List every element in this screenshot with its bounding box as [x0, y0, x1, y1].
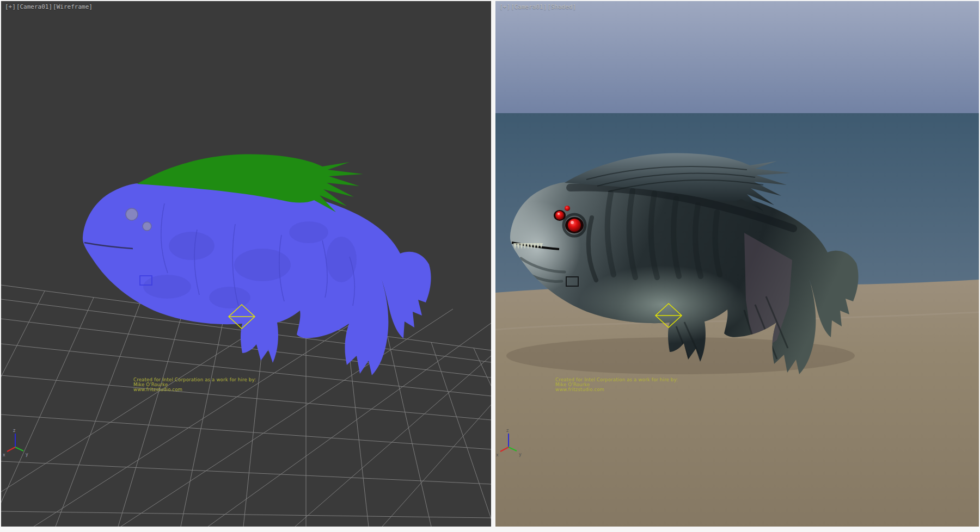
viewport-general-menu[interactable]: [+] [5, 3, 16, 10]
dual-viewport-stage: [+][Camera01][Wireframe] [0, 0, 980, 532]
world-axis-tripod: z x y [3, 428, 28, 457]
viewport-shaded[interactable]: [+][Camera01][Shaded] [495, 1, 979, 527]
viewport-general-menu[interactable]: [+] [499, 3, 510, 10]
axis-x-label: x [496, 453, 499, 457]
viewport-label: [+][Camera01][Wireframe] [5, 3, 93, 10]
viewport-wireframe[interactable]: [+][Camera01][Wireframe] [1, 1, 491, 527]
fish-eye-second [555, 211, 564, 220]
shaded-scene: z x y [495, 1, 979, 527]
scene-credit-text: Created for Intel Corporation as a work … [133, 378, 256, 392]
fish-eye-third [565, 206, 570, 211]
axis-x-label: x [3, 453, 5, 457]
viewport-shading-menu[interactable]: [Wireframe] [53, 3, 93, 10]
wireframe-scene: z x y [1, 1, 491, 527]
viewport-shading-menu[interactable]: [Shaded] [547, 3, 576, 10]
axis-z-label: z [506, 428, 509, 433]
viewport-pov-menu[interactable]: [Camera01] [16, 3, 52, 10]
viewport-label: [+][Camera01][Shaded] [499, 3, 577, 10]
credit-line-3: www.fritzstudio.com [133, 387, 182, 392]
viewport-pov-menu[interactable]: [Camera01] [511, 3, 547, 10]
axis-y-label: y [519, 452, 522, 457]
axis-y-label: y [26, 452, 28, 457]
wireframe-fish-model[interactable] [83, 154, 431, 375]
sky [495, 1, 979, 113]
credit-line-3: www.fritzstudio.com [555, 387, 604, 392]
axis-z-label: z [13, 428, 15, 433]
scene-credit-text: Created for Intel Corporation as a work … [555, 378, 678, 392]
fish-eye-main [568, 219, 581, 232]
